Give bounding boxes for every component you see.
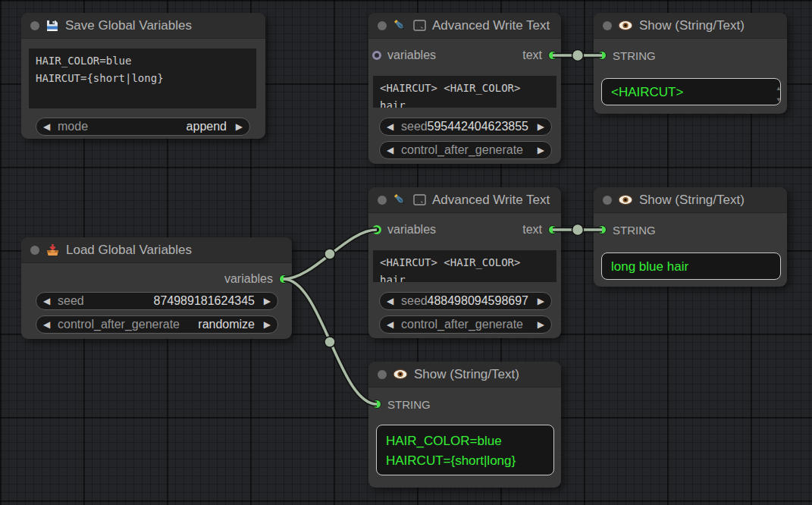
node-title: Show (String/Text)	[639, 193, 745, 208]
seed-widget[interactable]: ◀ seed 488498094598697 ▶	[379, 292, 552, 310]
collapse-dot[interactable]	[603, 196, 612, 205]
node-title: Show (String/Text)	[639, 18, 745, 33]
eye-icon	[618, 194, 633, 205]
widget-left-arrow-icon[interactable]: ◀	[387, 122, 393, 131]
pen-nib-icon	[393, 18, 407, 33]
input-port-string[interactable]	[597, 51, 607, 60]
node-advanced-write-text-2[interactable]: Advanced Write Text variables text <HAIR…	[368, 187, 561, 338]
collapse-dot[interactable]	[30, 21, 39, 30]
node-title: Advanced Write Text	[432, 193, 550, 208]
widget-right-arrow-icon[interactable]: ▶	[538, 122, 544, 131]
node-show-string-3[interactable]: Show (String/Text) STRING HAIR_COLOR=blu…	[368, 362, 561, 488]
input-slot-string[interactable]: STRING	[372, 395, 431, 413]
collapse-dot[interactable]	[603, 21, 612, 30]
link-midpoint-dot	[572, 224, 584, 236]
input-port-variables[interactable]	[372, 225, 381, 234]
node-show-string-1[interactable]: Show (String/Text) STRING <HAIRCUT> ▲ ▼	[594, 13, 787, 114]
text-textarea[interactable]: <HAIRCUT> <HAIR_COLOR> hair	[373, 76, 556, 108]
input-slot-variables[interactable]: variables	[372, 221, 436, 239]
input-port-string[interactable]	[372, 400, 381, 409]
seed-widget[interactable]: ◀ seed 595442404623855 ▶	[379, 118, 552, 136]
node-titlebar[interactable]: Advanced Write Text	[368, 13, 561, 39]
node-title: Advanced Write Text	[432, 18, 550, 33]
eye-icon	[618, 20, 633, 31]
widget-label: seed	[401, 120, 428, 133]
widget-left-arrow-icon[interactable]: ◀	[387, 296, 393, 306]
node-load-global-variables[interactable]: Load Global Variables variables ◀ seed 8…	[21, 237, 292, 339]
output-port-text[interactable]	[548, 51, 557, 60]
node-titlebar[interactable]: Show (String/Text)	[594, 187, 787, 213]
widget-right-arrow-icon[interactable]: ▶	[538, 296, 544, 306]
node-title: Load Global Variables	[66, 243, 192, 258]
text-box-icon	[413, 20, 426, 31]
widget-right-arrow-icon[interactable]: ▶	[538, 320, 544, 329]
string-display[interactable]: long blue hair	[601, 252, 781, 280]
node-title: Show (String/Text)	[414, 367, 519, 382]
link-midpoint-dot	[572, 50, 584, 61]
widget-left-arrow-icon[interactable]: ◀	[387, 320, 393, 329]
control-after-generate-widget[interactable]: ◀ control_after_generate randomize ▶	[36, 315, 278, 334]
output-port-text[interactable]	[548, 225, 557, 234]
node-titlebar[interactable]: Save Global Variables	[21, 13, 265, 39]
string-display[interactable]: HAIR_COLOR=blue HAIRCUT={short|long}	[376, 425, 554, 475]
widget-left-arrow-icon[interactable]: ◀	[387, 146, 393, 155]
node-titlebar[interactable]: Show (String/Text)	[368, 362, 561, 387]
seed-widget[interactable]: ◀ seed 874989181624345 ▶	[36, 292, 278, 310]
input-slot-string[interactable]: STRING	[597, 46, 656, 64]
input-slot-variables[interactable]: variables	[372, 46, 436, 64]
inbox-tray-icon	[45, 243, 60, 257]
widget-label: control_after_generate	[401, 318, 523, 331]
widget-right-arrow-icon[interactable]: ▶	[538, 146, 544, 155]
widget-value: 595442404623855	[428, 120, 528, 133]
widget-label: seed	[401, 294, 428, 308]
link-load-to-awt2	[284, 230, 377, 279]
output-slot-variables[interactable]: variables	[224, 270, 288, 288]
link-load-to-show3	[284, 279, 377, 404]
node-titlebar[interactable]: Load Global Variables	[21, 237, 292, 263]
control-after-generate-widget[interactable]: ◀ control_after_generate ▶	[379, 315, 552, 334]
string-display[interactable]: <HAIRCUT>	[601, 78, 781, 105]
widget-right-arrow-icon[interactable]: ▶	[264, 296, 271, 306]
collapse-dot[interactable]	[378, 21, 387, 30]
node-show-string-2[interactable]: Show (String/Text) STRING long blue hair	[594, 187, 787, 287]
collapse-dot[interactable]	[378, 370, 387, 379]
scroll-up-icon[interactable]: ▲	[776, 86, 782, 92]
pen-nib-icon	[393, 193, 407, 207]
input-port-string[interactable]	[597, 225, 607, 234]
node-advanced-write-text-1[interactable]: Advanced Write Text variables text <HAIR…	[368, 13, 561, 164]
widget-right-arrow-icon[interactable]: ▶	[236, 122, 243, 131]
widget-label: control_after_generate	[58, 318, 180, 331]
node-titlebar[interactable]: Show (String/Text)	[594, 13, 787, 39]
widget-right-arrow-icon[interactable]: ▶	[264, 320, 271, 329]
collapse-dot[interactable]	[30, 246, 39, 255]
input-slot-string[interactable]: STRING	[597, 221, 656, 239]
collapse-dot[interactable]	[378, 196, 387, 205]
node-titlebar[interactable]: Advanced Write Text	[368, 187, 561, 213]
text-textarea[interactable]: <HAIRCUT> <HAIR_COLOR> hair	[373, 250, 556, 282]
variables-textarea[interactable]: HAIR_COLOR=blue HAIRCUT={short|long}	[29, 49, 256, 108]
widget-value: 874989181624345	[154, 294, 255, 308]
floppy-disk-icon	[45, 19, 59, 33]
node-save-global-variables[interactable]: Save Global Variables HAIR_COLOR=blue HA…	[21, 13, 265, 139]
scroll-arrows[interactable]: ▲ ▼	[776, 86, 782, 103]
widget-left-arrow-icon[interactable]: ◀	[43, 320, 50, 329]
node-graph-canvas[interactable]: { "colors": { "link": "#a9bba4", "port_g…	[0, 0, 812, 505]
widget-value: append	[187, 120, 227, 133]
widget-left-arrow-icon[interactable]: ◀	[43, 296, 50, 306]
text-box-icon	[413, 194, 426, 205]
output-port-variables[interactable]	[279, 274, 288, 284]
output-slot-text[interactable]: text	[522, 221, 557, 239]
link-midpoint-dot	[324, 249, 335, 259]
widget-label: control_after_generate	[401, 143, 523, 157]
scroll-down-icon[interactable]: ▼	[776, 97, 782, 103]
input-port-variables[interactable]	[372, 51, 381, 60]
control-after-generate-widget[interactable]: ◀ control_after_generate ▶	[379, 141, 552, 159]
widget-left-arrow-icon[interactable]: ◀	[43, 122, 50, 131]
mode-widget[interactable]: ◀ mode append ▶	[36, 118, 250, 136]
eye-icon	[393, 369, 408, 380]
widget-value: 488498094598697	[428, 294, 528, 308]
widget-value: randomize	[198, 318, 255, 331]
output-slot-text[interactable]: text	[522, 46, 557, 64]
node-title: Save Global Variables	[65, 18, 192, 33]
widget-label: mode	[58, 120, 88, 133]
